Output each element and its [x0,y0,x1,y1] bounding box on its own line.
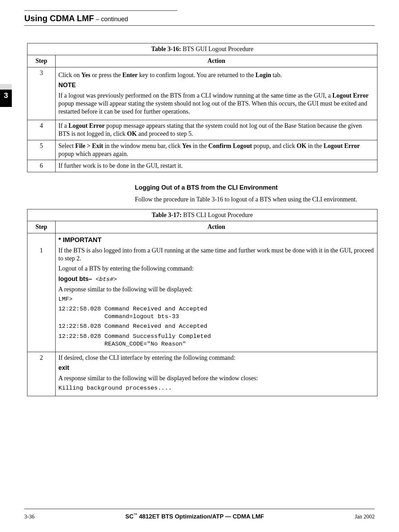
footer-tm: ™ [133,513,137,517]
table1-caption: Table 3-16: BTS GUI Logout Procedure [27,43,377,55]
table2-col-step: Step [27,221,56,233]
footer-date: Jan 2002 [355,514,375,520]
t2r1-mono3: 12:22:58.028 Command Received and Accept… [58,323,374,330]
title-main: Using CDMA LMF [24,14,94,23]
side-tab-number: 3 [0,90,12,101]
t2r1-cmd-bold: logout bts– [58,275,92,282]
t2r1-cmd-mono: <bts#> [92,276,117,283]
t2r1-p2: Logout of a BTS by entering the followin… [58,265,374,273]
t2r2-cmd: exit [58,364,374,372]
t1r3-d: Enter [122,72,138,78]
t1r4-b: Logout Error [68,122,105,129]
t1r3-e: key to confirm logout. You are returned … [138,72,255,78]
t1r5-c: in the window menu bar, click [103,142,182,149]
table1-row3-step: 3 [27,67,56,120]
table2-caption-rest: BTS CLI Logout Procedure [181,211,253,218]
t1r3-note-c: popup message will appear stating the sy… [58,100,367,115]
footer-center: SC™ 4812ET BTS Optimization/ATP — CDMA L… [125,513,264,520]
footer-center-b: 4812ET BTS Optimization/ATP — CDMA LMF [139,513,264,520]
t1r4-a: If a [58,122,68,129]
side-tab-bottom [0,101,12,107]
table1-row6-action: If further work is to be done in the GUI… [56,160,377,172]
table2-caption-bold: Table 3-17: [152,211,182,218]
table1-row4-action: If a Logout Error popup message appears … [56,120,377,140]
title-continued: – continued [94,16,128,23]
t1r3-a: Click on [58,72,81,78]
t1r5-b: File > Exit [75,142,103,149]
t1r5-f: Confirm Logout [208,142,252,149]
table2-row1-step: 1 [27,233,56,352]
t2r1-mono2b: Command=logout bts-33 [58,313,179,320]
t1r5-i: in the [306,142,324,149]
page-title: Using CDMA LMF – continued [24,14,375,23]
table1-col-action: Action [56,55,377,67]
table1-caption-bold: Table 3-16: [151,45,181,52]
header-rule-top [24,10,177,11]
table1-col-step: Step [27,55,56,67]
t1r3-note-a: If a logout was previously performed on … [58,92,332,99]
side-tab: 3 [0,84,12,107]
table2-row2-action: If desired, close the CLI interface by e… [56,352,377,396]
table2-caption: Table 3-17: BTS CLI Logout Procedure [27,209,377,221]
t1r3-g: tab. [271,72,282,78]
t2r1-p3: A response similar to the following will… [58,285,374,293]
table1-row5-step: 5 [27,140,56,160]
header-rule-bottom [24,25,375,26]
t1r5-e: in the [191,142,209,149]
note-label: NOTE [58,81,374,89]
table1-row4-step: 4 [27,120,56,140]
side-tab-top [0,84,12,90]
t1r5-g: popup, and click [252,142,296,149]
t2r1-mono4a: 12:22:58.028 Command Successfully Comple… [58,333,211,340]
t1r5-h: OK [296,142,306,149]
table2-row1-action: * IMPORTANT If the BTS is also logged in… [56,233,377,352]
t2r1-p1: If the BTS is also logged into from a GU… [58,247,374,263]
t1r5-a: Select [58,142,75,149]
table1-row6-step: 6 [27,160,56,172]
table2-col-action: Action [56,221,377,233]
table-cli-logout: Table 3-17: BTS CLI Logout Procedure Ste… [27,209,377,396]
t1r3-f: Login [255,72,271,78]
section-para: Follow the procedure in Table 3-16 to lo… [135,196,375,203]
t1r3-b: Yes [81,72,90,78]
table1-caption-rest: BTS GUI Logout Procedure [181,45,253,52]
table1-row5-action: Select File > Exit in the window menu ba… [56,140,377,160]
t2r1-mono2a: 12:22:58.028 Command Received and Accept… [58,306,207,312]
t1r4-d: OK [127,130,137,137]
table-gui-logout: Table 3-16: BTS GUI Logout Procedure Ste… [27,43,377,172]
t2r1-mono1: LMF> [58,296,374,303]
t2r2-mono: Killing background processes.... [58,384,374,392]
page-number: 3-36 [24,514,34,520]
t1r5-j: Logout Error [324,142,360,149]
t1r5-k: popup which appears again. [58,150,128,157]
t2r1-mono2: 12:22:58.028 Command Received and Accept… [58,305,374,321]
t2r1-mono4b: REASON_CODE="No Reason" [58,341,186,347]
t2r2-p1: If desired, close the CLI interface by e… [58,354,374,362]
t2r1-mono4: 12:22:58.028 Command Successfully Comple… [58,333,374,348]
footer: 3-36 SC™ 4812ET BTS Optimization/ATP — C… [24,509,375,520]
table1-row3-action: Click on Yes or press the Enter key to c… [56,67,377,120]
t1r3-note-b: Logout Error [332,92,368,99]
t2r2-p2: A response similar to the following will… [58,374,374,382]
important-label: * IMPORTANT [58,236,374,244]
table2-row2-step: 2 [27,352,56,396]
section-heading: Logging Out of a BTS from the CLI Enviro… [135,184,375,191]
footer-center-a: SC [125,513,134,520]
t1r4-e: and proceed to step 5. [137,130,193,137]
t1r3-c: or press the [90,72,122,78]
t1r5-d: Yes [182,142,191,149]
